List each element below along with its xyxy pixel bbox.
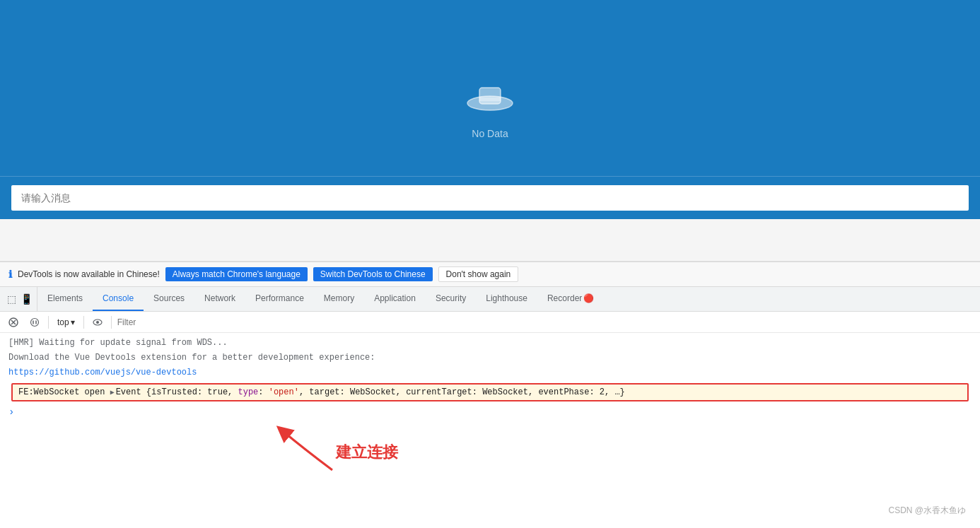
annotation-text: 建立连接 (336, 442, 398, 463)
dont-show-again-button[interactable]: Don't show again (438, 266, 519, 282)
execution-context-selector[interactable]: top ▾ (54, 316, 78, 329)
console-line-link: https://github.com/vuejs/vue-devtools (0, 365, 980, 380)
eye-icon-button[interactable] (90, 317, 105, 327)
tab-performance[interactable]: Performance (245, 287, 314, 311)
message-input-area (0, 176, 980, 219)
webpage-area: No Data (0, 0, 980, 219)
no-data-icon (465, 81, 515, 122)
tab-security[interactable]: Security (426, 287, 476, 311)
gap-area (0, 219, 980, 262)
console-caret-line[interactable]: › (0, 404, 980, 420)
websocket-text: FE:WebSocket open (18, 387, 110, 397)
annotation-layer: 建立连接 (269, 421, 354, 480)
console-toolbar: top ▾ (0, 312, 980, 333)
vue-devtools-link[interactable]: https://github.com/vuejs/vue-devtools (8, 368, 197, 377)
tab-recorder[interactable]: Recorder 🔴 (537, 287, 604, 311)
dropdown-arrow-icon: ▾ (71, 317, 75, 327)
devtools-tabs-bar: ⬚ 📱 Elements Console Sources Network Per… (0, 287, 980, 312)
svg-point-6 (31, 318, 39, 326)
match-language-button[interactable]: Always match Chrome's language (165, 267, 308, 281)
toolbar-divider-2 (83, 316, 84, 329)
pause-button[interactable] (27, 316, 42, 329)
highlighted-console-line-wrapper: FE:WebSocket open ▶Event {isTrusted: tru… (6, 383, 974, 401)
tab-application[interactable]: Application (364, 287, 426, 311)
console-filter-input[interactable] (117, 317, 259, 327)
info-icon: ℹ (8, 269, 12, 280)
clear-console-button[interactable] (6, 316, 21, 329)
message-input[interactable] (11, 185, 969, 211)
tab-elements[interactable]: Elements (37, 287, 93, 311)
svg-rect-2 (479, 98, 501, 101)
devtools-notification-bar: ℹ DevTools is now available in Chinese! … (0, 262, 980, 287)
console-line-hmr: [HMR] Waiting for update signal from WDS… (0, 336, 980, 351)
hmr-text: [HMR] Waiting for update signal from WDS… (8, 338, 228, 348)
toolbar-divider-1 (48, 316, 49, 329)
tab-sources[interactable]: Sources (144, 287, 194, 311)
notification-message: DevTools is now available in Chinese! (18, 269, 160, 279)
switch-to-chinese-button[interactable]: Switch DevTools to Chinese (313, 267, 433, 281)
devtools-msg-text: Download the Vue Devtools extension for … (8, 353, 375, 363)
tab-console[interactable]: Console (93, 287, 144, 311)
svg-point-10 (96, 321, 99, 324)
toolbar-divider-3 (111, 316, 112, 329)
devtools-tab-icons: ⬚ 📱 (3, 287, 37, 311)
tab-lighthouse[interactable]: Lighthouse (476, 287, 537, 311)
device-icon[interactable]: 📱 (21, 293, 33, 305)
console-output: [HMR] Waiting for update signal from WDS… (0, 333, 980, 423)
svg-rect-1 (479, 88, 501, 104)
tab-memory[interactable]: Memory (314, 287, 364, 311)
tab-network[interactable]: Network (194, 287, 245, 311)
red-arrow-svg (269, 421, 354, 477)
csdn-watermark: CSDN @水香木鱼ゆ (888, 505, 966, 517)
no-data-label: No Data (472, 128, 508, 139)
inspect-icon[interactable]: ⬚ (7, 293, 16, 305)
expand-arrow-icon[interactable]: ▶ (110, 389, 115, 397)
top-label: top (57, 317, 69, 327)
console-line-devtools-msg: Download the Vue Devtools extension for … (0, 351, 980, 365)
websocket-console-line: FE:WebSocket open ▶Event {isTrusted: tru… (11, 383, 969, 401)
recorder-badge-icon: 🔴 (583, 293, 594, 303)
